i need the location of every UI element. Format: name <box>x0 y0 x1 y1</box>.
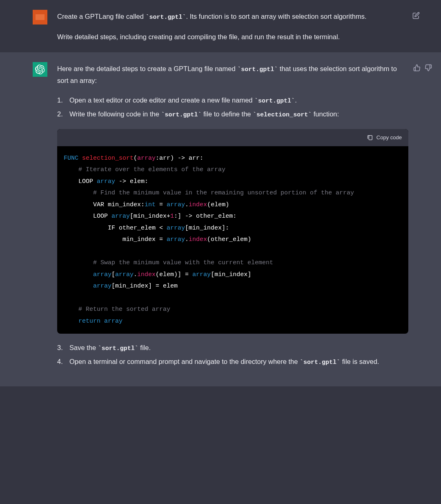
code-text: [min_index] <box>211 271 251 278</box>
assistant-message: Here are the detailed steps to create a … <box>0 52 441 386</box>
copy-label: Copy code <box>376 133 402 142</box>
code-comment: # Return the sorted array <box>78 306 170 313</box>
inline-code: `sort.gptl` <box>145 14 186 21</box>
step-2: Write the following code in the `sort.gp… <box>57 108 408 120</box>
code-ident: array <box>192 271 211 278</box>
code-ident: array <box>167 225 185 232</box>
inline-code: `sort.gptl` <box>98 345 138 352</box>
code-text: VAR min_index: <box>93 201 145 208</box>
step-3: Save the `sort.gptl` file. <box>57 342 408 354</box>
user-message-inner: Create a GPTLang file called `sort.gptl`… <box>33 10 408 42</box>
text: Write the following code in the <box>69 110 161 118</box>
text: Open a terminal or command prompt and na… <box>69 358 300 365</box>
code-body[interactable]: FUNC selection_sort(array:arr) -> arr: #… <box>57 146 408 334</box>
code-text: . <box>185 236 189 243</box>
user-avatar-icon <box>36 14 45 20</box>
code-ident: array <box>115 271 134 278</box>
code-text: ( <box>134 155 137 162</box>
code-text: min_index = <box>122 236 167 243</box>
code-ident: array <box>97 178 115 185</box>
text: Here are the detailed steps to create a … <box>57 65 237 72</box>
inline-code: `selection_sort` <box>253 112 312 118</box>
code-text: (elem)] = <box>156 271 192 278</box>
code-ident: array <box>93 271 111 278</box>
code-ident: array <box>93 283 111 290</box>
user-content: Create a GPTLang file called `sort.gptl`… <box>57 10 408 42</box>
code-param: array <box>137 155 156 162</box>
code-text: -> elem: <box>115 178 148 185</box>
inline-code: `sort.gptl` <box>237 66 278 73</box>
code-comment: # Iterate over the elements of the array <box>78 166 225 173</box>
code-text: :arr) -> arr: <box>156 155 203 162</box>
code-block: Copy code FUNC selection_sort(array:arr)… <box>57 129 408 334</box>
code-ident: array <box>111 213 130 220</box>
assistant-avatar <box>33 62 47 77</box>
step-4: Open a terminal or command prompt and na… <box>57 356 408 368</box>
code-text: (other_elem) <box>207 236 251 243</box>
code-text: LOOP <box>78 178 93 185</box>
code-text: [ <box>111 271 115 278</box>
steps-list-cont: Save the `sort.gptl` file. Open a termin… <box>57 342 408 368</box>
code-method: index <box>137 271 156 278</box>
clipboard-icon <box>367 134 373 141</box>
code-text: IF other_elem < <box>108 225 167 232</box>
code-text: LOOP <box>93 213 108 220</box>
code-comment: # Swap the minimum value with the curren… <box>93 259 273 266</box>
user-actions <box>412 11 421 20</box>
code-text: :] -> other_elem: <box>174 213 236 220</box>
text: Open a text editor or code editor and cr… <box>69 96 254 104</box>
openai-logo-icon <box>35 65 45 74</box>
user-paragraph-2: Write detailed steps, including creating… <box>57 31 408 42</box>
assistant-content: Here are the detailed steps to create a … <box>57 62 408 377</box>
code-ident: array <box>167 236 185 243</box>
code-number: 1 <box>170 213 174 220</box>
svg-rect-0 <box>369 135 372 140</box>
text: file. <box>138 344 151 351</box>
code-text: [min_index+ <box>130 213 170 220</box>
assistant-actions <box>413 64 433 72</box>
user-avatar <box>33 10 47 25</box>
code-text: [min_index]: <box>185 225 229 232</box>
copy-code-button[interactable]: Copy code <box>367 133 402 142</box>
inline-code: `sort.gptl` <box>254 98 295 105</box>
code-ident: array <box>167 201 185 208</box>
text: Save the <box>69 344 98 351</box>
text: file to define the <box>201 110 253 118</box>
text: . Its function is to sort an array with … <box>186 13 366 20</box>
text: file is saved. <box>340 358 379 365</box>
code-comment: # Find the minimum value in the remainin… <box>93 190 354 196</box>
user-message: Create a GPTLang file called `sort.gptl`… <box>0 0 441 52</box>
inline-code: `sort.gptl` <box>300 359 340 366</box>
code-text: [min_index] = elem <box>111 283 178 290</box>
user-paragraph-1: Create a GPTLang file called `sort.gptl`… <box>57 11 408 23</box>
text: Create a GPTLang file called <box>57 13 145 20</box>
code-text: (elem) <box>207 201 229 208</box>
text: function: <box>312 110 339 118</box>
code-header: Copy code <box>57 129 408 146</box>
code-method: index <box>189 236 207 243</box>
code-keyword: FUNC <box>64 155 78 162</box>
thumbs-down-icon[interactable] <box>425 64 433 72</box>
code-type: int <box>145 201 156 208</box>
code-method: index <box>189 201 207 208</box>
assistant-intro: Here are the detailed steps to create a … <box>57 63 408 87</box>
code-ident: array <box>104 318 122 325</box>
text: . <box>295 96 297 104</box>
inline-code: `sort.gptl` <box>161 112 201 118</box>
code-text: . <box>134 271 137 278</box>
step-1: Open a text editor or code editor and cr… <box>57 94 408 107</box>
code-fn: selection_sort <box>82 155 134 162</box>
assistant-message-inner: Here are the detailed steps to create a … <box>33 62 408 377</box>
thumbs-up-icon[interactable] <box>413 64 421 72</box>
code-keyword: return <box>78 318 100 325</box>
code-text: . <box>185 201 189 208</box>
code-text: = <box>156 201 167 208</box>
edit-icon[interactable] <box>412 11 421 20</box>
steps-list: Open a text editor or code editor and cr… <box>57 94 408 121</box>
